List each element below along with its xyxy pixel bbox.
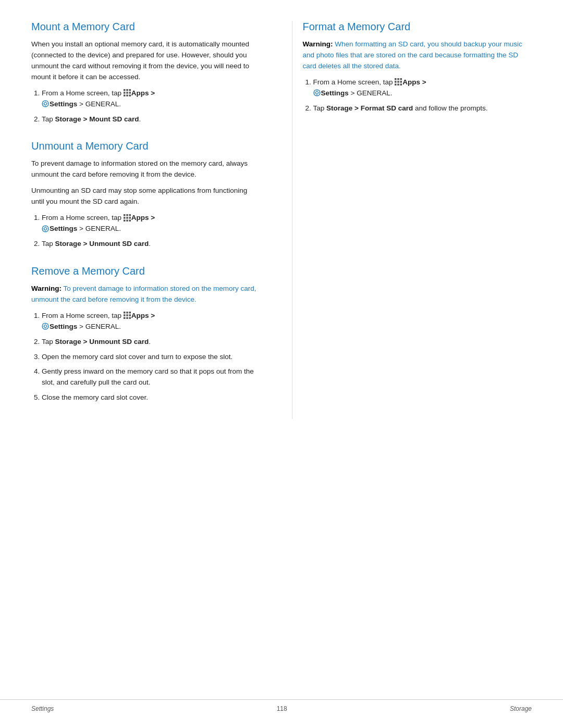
svg-rect-50 xyxy=(400,81,402,83)
footer-right: Storage xyxy=(510,705,532,712)
format-warning-bold: Warning: xyxy=(303,40,333,48)
svg-rect-17 xyxy=(129,214,131,216)
format-step1-apps: Apps > xyxy=(402,78,426,86)
unmount-step1-pre: From a Home screen, tap xyxy=(42,214,124,221)
mount-para1: When you install an optional memory card… xyxy=(31,39,261,83)
remove-warning-text: To prevent damage to information stored … xyxy=(31,285,256,303)
format-step1-post: > GENERAL. xyxy=(349,89,393,97)
mount-step1: From a Home screen, tap Apps > Settings … xyxy=(42,88,261,110)
svg-rect-49 xyxy=(398,81,400,83)
section-body-remove: Warning: To prevent damage to informatio… xyxy=(31,283,261,403)
format-steps: From a Home screen, tap Apps > Settings … xyxy=(313,77,532,114)
format-warning: Warning: When formatting an SD card, you… xyxy=(303,39,532,72)
page: Mount a Memory Card When you install an … xyxy=(0,0,563,728)
svg-rect-18 xyxy=(124,217,126,219)
unmount-steps: From a Home screen, tap Apps > Settings … xyxy=(42,213,261,250)
section-body-unmount: To prevent damage to information stored … xyxy=(31,158,261,249)
svg-rect-31 xyxy=(126,312,128,314)
svg-rect-46 xyxy=(398,78,400,80)
remove-step1-post: > GENERAL. xyxy=(77,323,121,330)
svg-rect-22 xyxy=(126,219,128,221)
section-remove: Remove a Memory Card Warning: To prevent… xyxy=(31,265,261,403)
remove-warning: Warning: To prevent damage to informatio… xyxy=(31,283,261,305)
unmount-step1: From a Home screen, tap Apps > Settings … xyxy=(42,213,261,235)
mount-step1-post: > GENERAL. xyxy=(77,100,121,108)
unmount-step1-settings: Settings xyxy=(50,225,77,232)
mount-step1-apps: Apps > xyxy=(131,89,155,97)
footer: Settings 118 Storage xyxy=(0,699,563,712)
format-step2-bold: Storage > Format SD card xyxy=(326,104,413,112)
svg-rect-45 xyxy=(395,78,397,80)
unmount-para2: Unmounting an SD card may stop some appl… xyxy=(31,186,261,207)
format-step1-settings: Settings xyxy=(321,89,349,97)
section-format: Format a Memory Card Warning: When forma… xyxy=(303,21,532,114)
mount-step2: Tap Storage > Mount SD card. xyxy=(42,114,261,125)
apps-icon-unmount1 xyxy=(124,214,131,221)
remove-step3: Open the memory card slot cover and turn… xyxy=(42,352,261,363)
section-mount: Mount a Memory Card When you install an … xyxy=(31,21,261,125)
svg-rect-4 xyxy=(126,92,128,94)
svg-rect-36 xyxy=(124,317,126,319)
apps-icon-remove1 xyxy=(124,312,131,319)
unmount-step2-post: . xyxy=(149,240,151,248)
format-step2-post: and follow the prompts. xyxy=(413,104,487,112)
svg-point-24 xyxy=(44,227,47,230)
unmount-step1-post: > GENERAL. xyxy=(77,225,121,232)
mount-step1-settings: Settings xyxy=(50,100,77,108)
svg-rect-5 xyxy=(129,92,131,94)
svg-point-9 xyxy=(44,103,47,105)
two-column-layout: Mount a Memory Card When you install an … xyxy=(31,21,532,419)
unmount-para1: To prevent damage to information stored … xyxy=(31,158,261,180)
section-body-mount: When you install an optional memory card… xyxy=(31,39,261,125)
svg-rect-51 xyxy=(395,84,397,86)
unmount-step2: Tap Storage > Unmount SD card. xyxy=(42,239,261,250)
svg-point-54 xyxy=(315,92,318,94)
remove-steps: From a Home screen, tap Apps > Settings … xyxy=(42,311,261,403)
svg-rect-21 xyxy=(124,219,126,221)
svg-rect-53 xyxy=(400,84,402,86)
svg-rect-30 xyxy=(124,312,126,314)
svg-rect-2 xyxy=(129,89,131,91)
remove-step5: Close the memory card slot cover. xyxy=(42,392,261,403)
apps-icon-format1 xyxy=(395,78,402,86)
remove-step1-apps: Apps > xyxy=(131,312,155,319)
svg-rect-8 xyxy=(129,95,131,97)
unmount-step2-bold: Storage > Unmount SD card xyxy=(55,240,149,248)
mount-step2-post: . xyxy=(139,115,141,123)
section-unmount: Unmount a Memory Card To prevent damage … xyxy=(31,140,261,249)
svg-rect-38 xyxy=(129,317,131,319)
mount-step2-pre: Tap xyxy=(42,115,55,123)
mount-step1-pre: From a Home screen, tap xyxy=(42,89,124,97)
right-column: Format a Memory Card Warning: When forma… xyxy=(292,21,532,419)
mount-step2-bold: Storage > Mount SD card xyxy=(55,115,139,123)
svg-rect-19 xyxy=(126,217,128,219)
svg-rect-52 xyxy=(398,84,400,86)
format-step2: Tap Storage > Format SD card and follow … xyxy=(313,103,532,114)
format-step1-pre: From a Home screen, tap xyxy=(313,78,395,86)
section-title-unmount: Unmount a Memory Card xyxy=(31,140,261,152)
unmount-step1-apps: Apps > xyxy=(131,214,155,221)
svg-rect-33 xyxy=(124,314,126,316)
remove-warning-bold: Warning: xyxy=(31,285,62,292)
svg-rect-1 xyxy=(126,89,128,91)
remove-step1-settings: Settings xyxy=(50,323,77,330)
svg-rect-16 xyxy=(126,214,128,216)
settings-icon-mount1 xyxy=(42,100,50,108)
svg-rect-7 xyxy=(126,95,128,97)
svg-rect-47 xyxy=(400,78,402,80)
remove-step2-post: . xyxy=(149,338,151,346)
remove-step2: Tap Storage > Unmount SD card. xyxy=(42,337,261,348)
svg-rect-23 xyxy=(129,219,131,221)
section-title-mount: Mount a Memory Card xyxy=(31,21,261,33)
remove-step1-pre: From a Home screen, tap xyxy=(42,312,124,319)
format-step2-pre: Tap xyxy=(313,104,327,112)
svg-rect-37 xyxy=(126,317,128,319)
svg-point-39 xyxy=(44,325,47,328)
svg-rect-34 xyxy=(126,314,128,316)
format-warning-text: When formatting an SD card, you should b… xyxy=(303,40,522,70)
footer-page-number: 118 xyxy=(277,705,287,712)
svg-rect-20 xyxy=(129,217,131,219)
svg-rect-6 xyxy=(124,95,126,97)
apps-icon-mount1 xyxy=(124,89,131,97)
remove-step1: From a Home screen, tap Apps > Settings … xyxy=(42,311,261,332)
